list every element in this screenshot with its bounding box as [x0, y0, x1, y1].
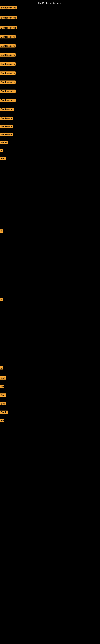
bottleneck-badge-4: Bottleneck re	[0, 44, 16, 48]
bottleneck-badge-7: Bottleneck re	[0, 72, 16, 75]
bottleneck-badge-9: Bottleneck re	[0, 90, 16, 93]
bottleneck-badge-11: Bottleneck r	[0, 108, 14, 111]
bottleneck-badge-5: Bottleneck re	[0, 53, 16, 56]
bottleneck-badge-21: Bott	[0, 376, 6, 380]
bottleneck-badge-10: Bottleneck re	[0, 98, 16, 102]
bottleneck-badge-20: B	[0, 366, 3, 370]
bottleneck-badge-17: Bott	[0, 157, 6, 160]
bottleneck-badge-23: Bott	[0, 394, 6, 397]
bottleneck-badge-14: Bottleneck	[0, 133, 13, 136]
site-title: TheBottlenecker.com	[38, 2, 62, 5]
bottleneck-badge-13: Bottleneck	[0, 125, 13, 128]
bottleneck-badge-24: Bott	[0, 402, 6, 405]
bottleneck-badge-3: Bottleneck re	[0, 35, 16, 38]
bottleneck-badge-2: Bottleneck res	[0, 26, 17, 30]
bottleneck-badge-26: Bo	[0, 419, 4, 422]
bottleneck-badge-12: Bottleneck	[0, 117, 13, 120]
bottleneck-badge-0: Bottleneck res	[0, 6, 17, 9]
bottleneck-badge-6: Bottleneck re	[0, 62, 16, 66]
bottleneck-badge-15: Bottle	[0, 141, 8, 144]
bottleneck-badge-25: Bottle	[0, 410, 8, 414]
bottleneck-badge-8: Bottleneck re	[0, 80, 16, 84]
bottleneck-badge-1: Bottleneck res	[0, 16, 17, 19]
bottleneck-badge-16: B	[0, 149, 3, 152]
bottleneck-badge-22: Bo	[0, 385, 4, 388]
bottleneck-badge-18: B	[0, 230, 3, 233]
bottleneck-badge-19: B	[0, 298, 3, 301]
